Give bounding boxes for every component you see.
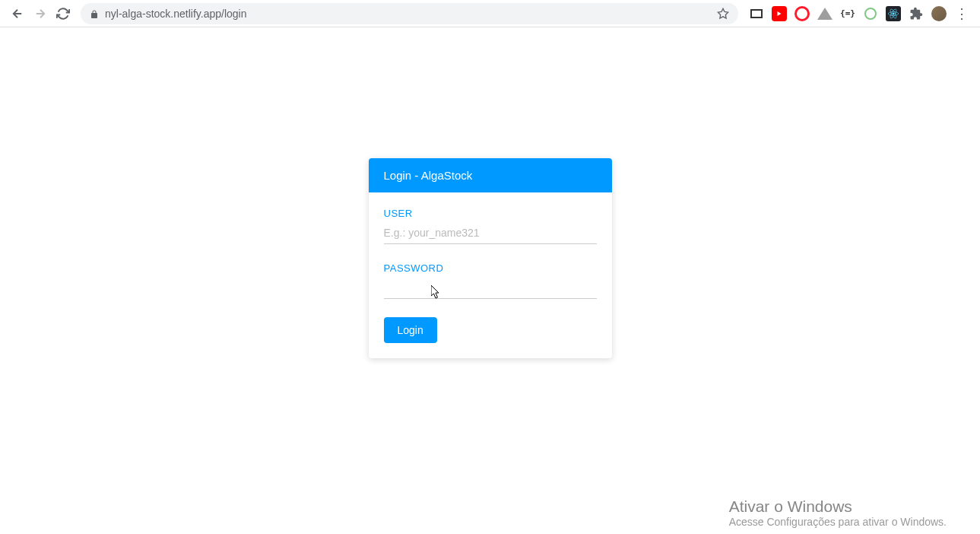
extension-react-icon[interactable] <box>886 6 901 21</box>
extension-drive-icon[interactable] <box>817 6 833 21</box>
extension-opera-icon[interactable] <box>794 6 810 21</box>
extension-frame-icon[interactable] <box>749 6 764 21</box>
extensions-area: {=} ⋮ <box>744 6 974 21</box>
login-card: Login - AlgaStock USER PASSWORD Login <box>369 158 612 358</box>
windows-watermark: Ativar o Windows Acesse Configurações pa… <box>729 497 947 528</box>
lock-icon <box>90 9 99 18</box>
back-button[interactable] <box>11 7 24 21</box>
login-card-header: Login - AlgaStock <box>369 158 612 192</box>
url-text: nyl-alga-stock.netlify.app/login <box>105 8 711 20</box>
page-content: Login - AlgaStock USER PASSWORD Login At… <box>0 27 980 534</box>
extensions-puzzle-icon[interactable] <box>909 6 924 21</box>
password-form-group: PASSWORD <box>384 262 597 299</box>
profile-avatar-icon[interactable] <box>931 6 947 21</box>
extension-code-icon[interactable]: {=} <box>840 6 855 21</box>
password-input[interactable] <box>384 277 597 299</box>
user-label: USER <box>384 208 597 219</box>
user-form-group: USER <box>384 208 597 244</box>
reload-button[interactable] <box>56 7 70 21</box>
login-card-body: USER PASSWORD Login <box>369 192 612 358</box>
address-bar[interactable]: nyl-alga-stock.netlify.app/login <box>81 3 738 24</box>
nav-buttons <box>6 7 75 21</box>
password-label: PASSWORD <box>384 262 597 274</box>
extension-youtube-icon[interactable] <box>772 6 787 21</box>
login-button[interactable]: Login <box>384 317 437 343</box>
browser-chrome: nyl-alga-stock.netlify.app/login {=} <box>0 0 980 27</box>
svg-point-1 <box>893 12 894 14</box>
svg-marker-0 <box>718 8 728 18</box>
bookmark-star-icon[interactable] <box>717 8 729 20</box>
user-input[interactable] <box>384 222 597 244</box>
forward-button[interactable] <box>33 7 47 21</box>
extension-circle-icon[interactable] <box>863 6 878 21</box>
watermark-subtitle: Acesse Configurações para ativar o Windo… <box>729 516 947 528</box>
browser-menu-icon[interactable]: ⋮ <box>954 6 969 21</box>
watermark-title: Ativar o Windows <box>729 497 947 516</box>
